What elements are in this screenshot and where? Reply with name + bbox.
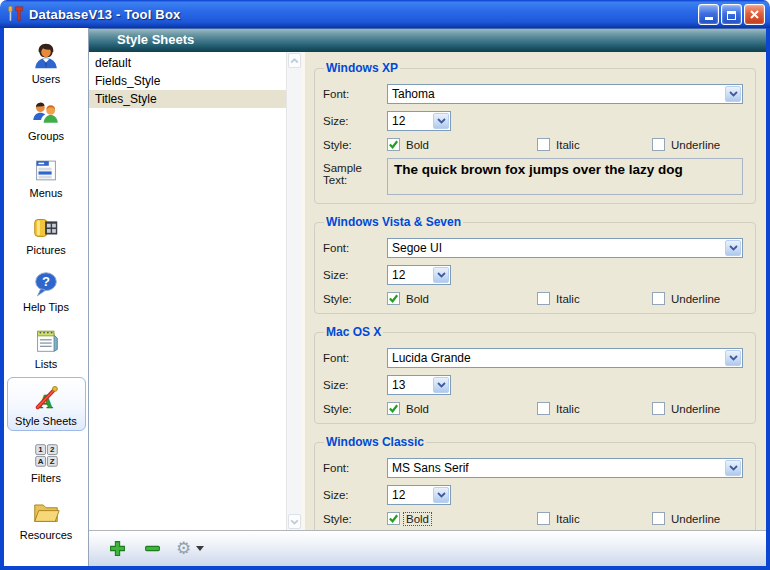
size-select[interactable]: 12 bbox=[387, 265, 451, 285]
scrollbar-track[interactable] bbox=[288, 68, 301, 514]
style-checkbox-italic[interactable]: Italic bbox=[537, 512, 652, 525]
sidebar-item-pictures[interactable]: Pictures bbox=[7, 206, 86, 260]
scrollbar-up-button[interactable] bbox=[288, 53, 301, 68]
style-checkbox-bold[interactable]: Bold bbox=[387, 512, 537, 525]
maximize-icon bbox=[727, 11, 736, 20]
checkbox-label[interactable]: Bold bbox=[404, 403, 431, 415]
scrollbar-down-button[interactable] bbox=[288, 514, 301, 529]
checkbox-label[interactable]: Bold bbox=[404, 293, 431, 305]
style-checkbox-underline[interactable]: Underline bbox=[652, 292, 722, 305]
style-checkbox-italic[interactable]: Italic bbox=[537, 138, 652, 151]
size-select[interactable]: 12 bbox=[387, 485, 451, 505]
checkbox[interactable] bbox=[537, 292, 550, 305]
checkbox[interactable] bbox=[652, 292, 665, 305]
maximize-button[interactable] bbox=[721, 4, 742, 25]
combo-dropdown-button[interactable] bbox=[433, 113, 449, 129]
checkbox[interactable] bbox=[537, 512, 550, 525]
checkbox[interactable] bbox=[652, 402, 665, 415]
font-select[interactable]: Segoe UI bbox=[387, 238, 743, 258]
minimize-icon bbox=[705, 17, 713, 20]
checkbox-label[interactable]: Underline bbox=[669, 403, 722, 415]
close-button[interactable] bbox=[744, 4, 765, 25]
checkbox[interactable] bbox=[652, 512, 665, 525]
platform-section-0: Windows XP Font: Tahoma Size: 12 Style: bbox=[314, 61, 756, 204]
font-label: Font: bbox=[323, 462, 387, 474]
size-select[interactable]: 12 bbox=[387, 111, 451, 131]
pictures-icon bbox=[31, 212, 61, 242]
size-select[interactable]: 13 bbox=[387, 375, 451, 395]
list-item[interactable]: Titles_Style bbox=[89, 90, 286, 108]
sidebar-item-resources[interactable]: Resources bbox=[7, 491, 86, 545]
list-toolbar: ⚙ bbox=[89, 530, 766, 566]
main-area: defaultFields_StyleTitles_Style Windows … bbox=[89, 52, 766, 530]
app-icon bbox=[6, 5, 24, 23]
sidebar-item-help-tips[interactable]: ? Help Tips bbox=[7, 263, 86, 317]
checkbox[interactable] bbox=[387, 402, 400, 415]
checkbox-label[interactable]: Underline bbox=[669, 293, 722, 305]
combo-dropdown-button[interactable] bbox=[433, 377, 449, 393]
window-controls bbox=[698, 4, 765, 25]
checkbox[interactable] bbox=[537, 402, 550, 415]
checkbox-label[interactable]: Italic bbox=[554, 403, 582, 415]
font-select[interactable]: MS Sans Serif bbox=[387, 458, 743, 478]
sidebar-item-lists[interactable]: Lists bbox=[7, 320, 86, 374]
style-checkbox-underline[interactable]: Underline bbox=[652, 402, 722, 415]
font-label: Font: bbox=[323, 352, 387, 364]
checkbox-label[interactable]: Bold bbox=[404, 139, 431, 151]
sidebar-item-groups[interactable]: Groups bbox=[7, 92, 86, 146]
sidebar-item-label: Users bbox=[32, 73, 61, 85]
size-label: Size: bbox=[323, 269, 387, 281]
minimize-button[interactable] bbox=[698, 4, 719, 25]
combo-dropdown-button[interactable] bbox=[725, 240, 741, 256]
list-item[interactable]: Fields_Style bbox=[89, 72, 286, 90]
remove-stylesheet-button[interactable] bbox=[141, 538, 163, 560]
style-checkbox-italic[interactable]: Italic bbox=[537, 292, 652, 305]
sample-text-box: The quick brown fox jumps over the lazy … bbox=[387, 158, 743, 195]
sidebar-item-filters[interactable]: 1 2 A Z Filters bbox=[7, 434, 86, 488]
sidebar-item-label: Menus bbox=[29, 187, 62, 199]
sample-text-label: Sample Text: bbox=[323, 158, 387, 186]
checkbox-label[interactable]: Underline bbox=[669, 513, 722, 525]
checkbox[interactable] bbox=[387, 138, 400, 151]
combo-dropdown-button[interactable] bbox=[433, 267, 449, 283]
svg-text:?: ? bbox=[42, 274, 50, 289]
checkbox[interactable] bbox=[387, 512, 400, 525]
checkbox[interactable] bbox=[387, 292, 400, 305]
list-scrollbar[interactable] bbox=[286, 52, 302, 530]
svg-text:2: 2 bbox=[50, 445, 55, 454]
combo-dropdown-button[interactable] bbox=[725, 86, 741, 102]
style-checkbox-bold[interactable]: Bold bbox=[387, 402, 537, 415]
checkbox[interactable] bbox=[537, 138, 550, 151]
lists-icon bbox=[31, 326, 61, 356]
style-checkbox-bold[interactable]: Bold bbox=[387, 292, 537, 305]
list-item[interactable]: default bbox=[89, 54, 286, 72]
sidebar-item-users[interactable]: Users bbox=[7, 35, 86, 89]
sidebar-item-label: Resources bbox=[20, 529, 73, 541]
font-select[interactable]: Lucida Grande bbox=[387, 348, 743, 368]
combo-dropdown-button[interactable] bbox=[433, 487, 449, 503]
actions-menu-button[interactable]: ⚙ bbox=[176, 540, 204, 557]
checkbox[interactable] bbox=[652, 138, 665, 151]
style-checkbox-italic[interactable]: Italic bbox=[537, 402, 652, 415]
check-icon bbox=[388, 139, 399, 150]
checkbox-label[interactable]: Italic bbox=[554, 293, 582, 305]
size-label: Size: bbox=[323, 489, 387, 501]
font-select[interactable]: Tahoma bbox=[387, 84, 743, 104]
sidebar-item-menus[interactable]: Menus bbox=[7, 149, 86, 203]
checkbox-label[interactable]: Underline bbox=[669, 139, 722, 151]
combo-dropdown-button[interactable] bbox=[725, 460, 741, 476]
style-checkbox-underline[interactable]: Underline bbox=[652, 138, 722, 151]
font-value: Tahoma bbox=[388, 87, 724, 101]
checkbox-label[interactable]: Italic bbox=[554, 139, 582, 151]
style-checkbox-underline[interactable]: Underline bbox=[652, 512, 722, 525]
checkbox-label[interactable]: Bold bbox=[404, 513, 431, 525]
add-stylesheet-button[interactable] bbox=[106, 538, 128, 560]
platform-section-1: Windows Vista & Seven Font: Segoe UI Siz… bbox=[314, 215, 756, 314]
gear-icon: ⚙ bbox=[176, 540, 191, 557]
window-body: Users Groups Menus Pictures ? H bbox=[0, 28, 770, 570]
checkbox-label[interactable]: Italic bbox=[554, 513, 582, 525]
sidebar-item-style-sheets[interactable]: A Style Sheets bbox=[7, 377, 86, 431]
combo-dropdown-button[interactable] bbox=[725, 350, 741, 366]
style-checkbox-bold[interactable]: Bold bbox=[387, 138, 537, 151]
filters-icon: 1 2 A Z bbox=[31, 440, 61, 470]
